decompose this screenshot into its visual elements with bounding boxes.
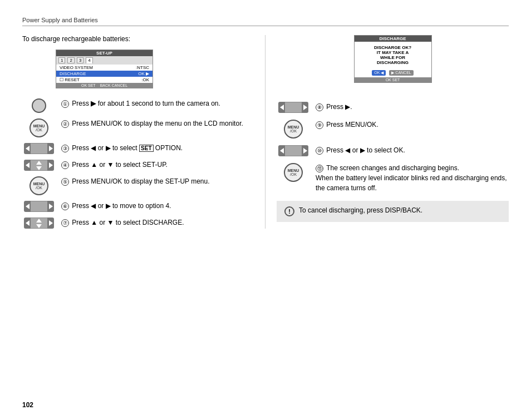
step-8-text: ⑧ Press ▶. [316, 102, 509, 112]
page-number: 102 [22, 401, 33, 409]
lr-rocker-2-icon [24, 201, 54, 212]
setup-bottom-bar: OK SET BACK CANCEL [56, 83, 153, 88]
intro-text: To discharge rechargeable batteries: [22, 35, 254, 43]
step-8-icon [277, 102, 310, 113]
menu-ok-4-icon: MENU /OK [284, 163, 303, 182]
discharge-line-3: WHILE FOR [358, 55, 428, 60]
step-3-text: ③ Press ◀ or ▶ to select SET OPTION. [61, 143, 254, 153]
step-10: ⑩ Press ◀ or ▶ to select OK. [277, 145, 509, 156]
step-6-icon [22, 201, 56, 212]
step-5-text: ⑤ Press MENU/OK to display the SET-UP me… [61, 176, 254, 186]
step-1: ① Press ▶ for about 1 second to turn the… [22, 98, 254, 113]
discharge-body: DISCHARGE OK? IT MAY TAKE A WHILE FOR DI… [355, 42, 431, 68]
power-button-icon [32, 98, 46, 113]
step-2-text: ② Press MENU/OK to display the menu on t… [61, 118, 254, 129]
step-9: MENU /OK ⑨ Press MENU/OK. [277, 120, 509, 139]
note-text: To cancel discharging, press DISP/BACK. [299, 206, 422, 214]
step-4-text: ④ Press ▲ or ▼ to select SET-UP. [61, 160, 254, 170]
step-4-icon [22, 160, 56, 171]
step-7-text: ⑦ Press ▲ or ▼ to select DISCHARGE. [61, 218, 254, 228]
step-4: ④ Press ▲ or ▼ to select SET-UP. [22, 160, 254, 171]
header-title: Power Supply and Batteries [22, 17, 509, 23]
right-steps: ⑧ Press ▶. MENU /OK ⑨ Press MENU/OK. [277, 102, 509, 193]
lr-rocker-4-icon [278, 145, 308, 156]
discharge-screen: DISCHARGE DISCHARGE OK? IT MAY TAKE A WH… [354, 35, 432, 83]
step-11-icon: MENU /OK [277, 163, 310, 182]
step-2: MENU /OK ② Press MENU/OK to display the … [22, 118, 254, 137]
step-8: ⑧ Press ▶. [277, 102, 509, 113]
discharge-cancel-btn: ▶ CANCEL [389, 70, 413, 76]
tab-1: 1 [58, 57, 65, 63]
menu-row-discharge: DISCHARGEOK ▶ [56, 71, 153, 77]
note-box: ! To cancel discharging, press DISP/BACK… [277, 201, 509, 222]
page: Power Supply and Batteries To discharge … [0, 0, 531, 420]
discharge-btn-row: OK ◀ ▶ CANCEL [355, 68, 431, 77]
step-5-icon: MENU /OK [22, 176, 56, 195]
ud-rocker-icon [24, 160, 54, 171]
menu-row-reset: ☐ RESET:OK [56, 77, 153, 83]
step-5: MENU /OK ⑤ Press MENU/OK to display the … [22, 176, 254, 195]
note-icon: ! [284, 206, 294, 216]
ud-rocker-2-icon [24, 218, 54, 229]
step-1-icon [22, 98, 56, 113]
step-3-icon [22, 143, 56, 154]
step-9-text: ⑨ Press MENU/OK. [316, 120, 509, 130]
setup-title: SET-UP [56, 50, 153, 56]
menu-ok-3-icon: MENU /OK [284, 120, 303, 139]
left-steps: ① Press ▶ for about 1 second to turn the… [22, 98, 254, 229]
main-content: To discharge rechargeable batteries: SET… [22, 35, 509, 229]
menu-row-videosystem: VIDEO SYSTEM:NTSC [56, 65, 153, 71]
discharge-ok-btn: OK ◀ [372, 70, 386, 76]
step-2-icon: MENU /OK [22, 118, 56, 137]
step-7-icon [22, 218, 56, 229]
lr-rocker-icon [24, 143, 54, 154]
step-6: ⑥ Press ◀ or ▶ to move to option 4. [22, 201, 254, 212]
header-line [22, 26, 509, 26]
discharge-bottom-bar: OK SET [355, 77, 431, 82]
step-9-icon: MENU /OK [277, 120, 310, 139]
step-3: ③ Press ◀ or ▶ to select SET OPTION. [22, 143, 254, 154]
discharge-title: DISCHARGE [355, 36, 431, 42]
tab-2: 2 [67, 57, 74, 63]
tab-3: 3 [77, 57, 83, 63]
discharge-line-1: DISCHARGE OK? [358, 45, 428, 50]
discharge-line-4: DISCHARGING [358, 60, 428, 65]
menu-ok-button-icon: MENU /OK [30, 118, 48, 137]
step-7: ⑦ Press ▲ or ▼ to select DISCHARGE. [22, 218, 254, 229]
discharge-line-2: IT MAY TAKE A [358, 50, 428, 55]
step-11-text: ⑪ The screen changes and discharging beg… [316, 163, 509, 193]
menu-ok-button-2-icon: MENU /OK [30, 176, 48, 195]
step-10-icon [277, 145, 310, 156]
tab-4: 4 [86, 57, 92, 63]
discharge-screen-wrapper: DISCHARGE DISCHARGE OK? IT MAY TAKE A WH… [277, 35, 509, 93]
step-11: MENU /OK ⑪ The screen changes and discha… [277, 163, 509, 193]
lr-rocker-3-icon [278, 102, 308, 113]
step-1-text: ① Press ▶ for about 1 second to turn the… [61, 98, 254, 108]
left-column: To discharge rechargeable batteries: SET… [22, 35, 266, 229]
step-6-text: ⑥ Press ◀ or ▶ to move to option 4. [61, 201, 254, 211]
right-column: DISCHARGE DISCHARGE OK? IT MAY TAKE A WH… [266, 35, 509, 229]
setup-screen: SET-UP 1 2 3 4 VIDEO SYSTEM:NTSC DISCHAR… [56, 50, 153, 88]
step-10-text: ⑩ Press ◀ or ▶ to select OK. [316, 145, 509, 155]
setup-tabs: 1 2 3 4 [56, 56, 153, 65]
